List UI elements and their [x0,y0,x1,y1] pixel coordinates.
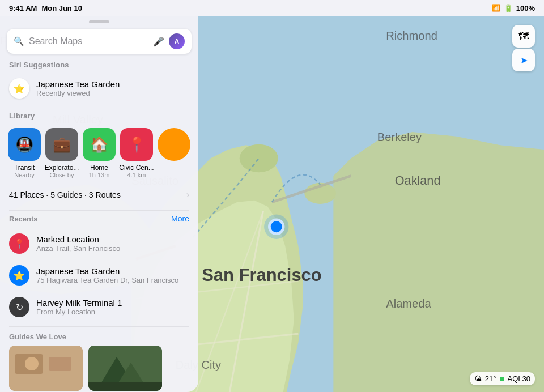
marked-location-title: Marked Location [36,235,120,244]
svg-rect-28 [49,357,71,371]
wifi-icon: 📶 [492,4,500,12]
svg-text:Oakland: Oakland [395,173,441,188]
location-button[interactable]: ➤ [512,49,535,71]
suggestion-icon-wrap: ⭐ [9,78,29,99]
chevron-right-icon: › [186,190,189,200]
map-layers-button[interactable]: 🗺 [512,25,535,48]
guides-section: Guides We Love [0,330,198,391]
svg-point-27 [25,357,39,370]
siri-suggestion-item[interactable]: ⭐ Japanese Tea Garden Recently viewed [0,73,198,104]
harvey-subtitle: From My Location [36,308,122,316]
status-left: 9:41 AM Mon Jun 10 [9,4,82,12]
more-button[interactable]: More [171,214,189,223]
route-icon: ↻ [16,302,23,313]
layers-icon: 🗺 [518,31,529,42]
harvey-title: Harvey Milk Terminal 1 [36,298,122,308]
guides-thumbnails [0,346,198,391]
map-controls: 🗺 ➤ [512,25,535,71]
svg-text:Berkeley: Berkeley [377,131,422,143]
svg-text:Richmond: Richmond [386,29,437,42]
home-icon: 🏠 [83,128,116,161]
weather-icon: 🌤 [474,374,482,383]
library-item-civic[interactable]: 📍 Civic Cen... 4.1 km [119,128,154,178]
status-day: Mon Jun 10 [41,4,82,12]
divider-1 [9,108,189,108]
transit-icon: 🚇 [8,128,41,161]
home-sub: 1h 13m [89,172,110,178]
library-item-transit[interactable]: 🚇 Transit Nearby [7,128,42,178]
guide-thumb-nature[interactable] [88,346,162,391]
star-icon: ⭐ [14,83,25,94]
extra-icon [158,128,190,161]
divider-3 [9,326,189,327]
library-item-explore[interactable]: 💼 Explorato... Close by [44,128,79,178]
tea-garden-text: Japanese Tea Garden 75 Hagiwara Tea Gard… [36,266,178,284]
suggestion-subtitle: Recently viewed [36,89,120,97]
tea-garden-subtitle: 75 Hagiwara Tea Garden Dr, San Francisco [36,276,178,284]
temperature: 21° [485,374,496,383]
transit-title: Transit [14,164,35,172]
library-label: Library [0,112,198,123]
svg-text:Alameda: Alameda [386,297,431,310]
guide-thumb-food[interactable] [9,346,83,391]
microphone-icon[interactable]: 🎤 [153,36,164,47]
explore-sub: Close by [50,172,74,178]
pin-icon: 📍 [14,238,25,249]
svg-point-4 [240,144,278,173]
aqi-label: AQI 30 [508,374,530,383]
civic-icon: 📍 [120,128,153,161]
recents-label: Recents [9,215,171,223]
marked-location-text: Marked Location Anza Trail, San Francisc… [36,235,120,253]
sidebar: 🔍 Search Maps 🎤 A Siri Suggestions ⭐ Jap… [0,16,198,392]
suggestion-text: Japanese Tea Garden Recently viewed [36,79,120,97]
places-row[interactable]: 41 Places · 5 Guides · 3 Routes › [0,185,198,207]
weather-badge: 🌤 21° AQI 30 [470,372,535,385]
siri-suggestions-label: Siri Suggestions [0,61,198,73]
status-right: 📶 🔋 100% [492,4,535,12]
tea-garden-title: Japanese Tea Garden [36,266,178,276]
harvey-icon: ↻ [9,297,29,317]
civic-title: Civic Cen... [119,164,154,172]
battery-icon: 🔋 [504,4,513,12]
recents-header: Recents More [0,214,198,228]
civic-sub: 4.1 km [127,172,146,178]
search-icon: 🔍 [14,36,24,46]
transit-sub: Nearby [14,172,34,178]
guides-label: Guides We Love [0,333,198,346]
svg-rect-32 [88,382,162,391]
explore-title: Explorato... [45,164,79,172]
status-bar: 9:41 AM Mon Jun 10 📶 🔋 100% [0,0,544,16]
recent-item-tea-garden[interactable]: ⭐ Japanese Tea Garden 75 Hagiwara Tea Ga… [0,259,198,291]
recent-item-harvey[interactable]: ↻ Harvey Milk Terminal 1 From My Locatio… [0,291,198,323]
search-bar[interactable]: 🔍 Search Maps 🎤 A [7,29,192,54]
search-placeholder[interactable]: Search Maps [29,36,148,46]
star-recent-icon: ⭐ [14,270,25,281]
svg-marker-2 [333,132,544,392]
library-items: 🚇 Transit Nearby 💼 Explorato... Close by… [0,123,198,185]
recent-item-marked[interactable]: 📍 Marked Location Anza Trail, San Franci… [0,228,198,259]
tea-garden-icon: ⭐ [9,265,29,286]
suggestion-title: Japanese Tea Garden [36,79,120,89]
battery-percentage: 100% [516,4,535,12]
svg-text:San Francisco: San Francisco [202,265,322,285]
svg-point-24 [264,215,288,239]
harvey-text: Harvey Milk Terminal 1 From My Location [36,298,122,316]
divider-2 [9,210,189,211]
library-item-extra[interactable] [156,128,192,178]
drag-indicator [89,20,109,23]
explore-icon: 💼 [45,128,78,161]
location-icon: ➤ [520,55,528,66]
aqi-dot [500,377,504,381]
home-title: Home [90,164,108,172]
avatar[interactable]: A [169,33,185,49]
marked-location-icon: 📍 [9,233,29,254]
marked-location-subtitle: Anza Trail, San Francisco [36,244,120,253]
places-text: 41 Places · 5 Guides · 3 Routes [9,190,186,199]
library-item-home[interactable]: 🏠 Home 1h 13m [82,128,117,178]
status-time: 9:41 AM [9,4,37,12]
